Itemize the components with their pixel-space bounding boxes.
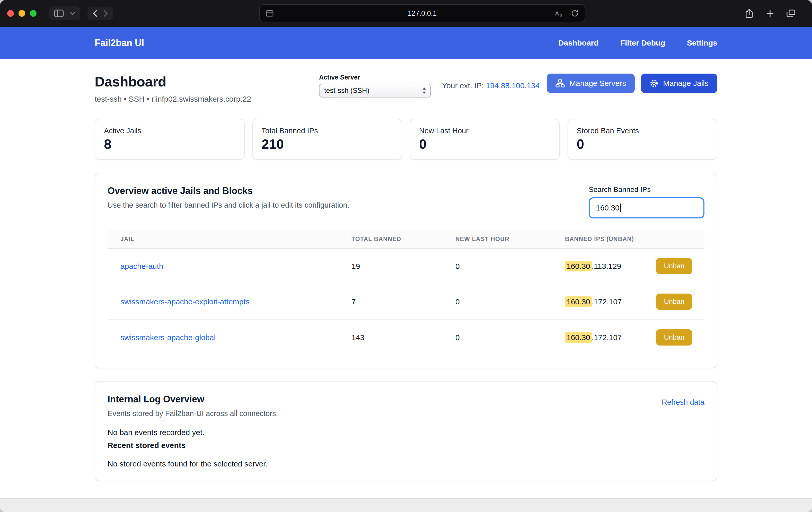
overview-subtitle: Use the search to filter banned IPs and …: [108, 201, 349, 209]
page-title-block: Dashboard test-ssh • SSH • rlinfp02.swis…: [95, 74, 251, 104]
manage-servers-button[interactable]: Manage Servers: [547, 74, 635, 93]
page-subtitle: test-ssh • SSH • rlinfp02.swissmakers.co…: [95, 95, 251, 104]
stat-value: 210: [262, 137, 393, 152]
total-banned-cell: 19: [351, 262, 455, 271]
toolbar-center: 127.0.0.1 A a: [113, 4, 731, 22]
log-heading-block: Internal Log Overview Events stored by F…: [108, 394, 278, 418]
stat-card-active-jails: Active Jails 8: [95, 119, 245, 160]
table-row: swissmakers-apache-exploit-attempts 7 0 …: [108, 284, 704, 320]
internal-log-card: Internal Log Overview Events stored by F…: [95, 381, 717, 481]
ip-rest: .172.107: [592, 297, 622, 306]
jail-link[interactable]: swissmakers-apache-global: [120, 333, 215, 342]
manage-jails-label: Manage Jails: [663, 79, 708, 88]
unban-button[interactable]: Unban: [656, 293, 692, 310]
unban-button[interactable]: Unban: [656, 258, 692, 274]
address-bar[interactable]: 127.0.0.1 A a: [259, 4, 585, 22]
active-server-label: Active Server: [319, 74, 431, 81]
total-banned-cell: 7: [351, 297, 455, 306]
nav-links: Dashboard Filter Debug Settings: [558, 38, 717, 47]
log-title: Internal Log Overview: [108, 394, 278, 405]
col-banned-ips: BANNED IPS (UNBAN): [565, 236, 704, 243]
fullscreen-window-button[interactable]: [30, 10, 36, 17]
refresh-data-link[interactable]: Refresh data: [662, 398, 704, 406]
active-server-value: test-ssh (SSH): [324, 87, 370, 95]
stat-card-stored-events: Stored Ban Events 0: [568, 119, 718, 160]
overview-title: Overview active Jails and Blocks: [108, 186, 349, 196]
nav-dashboard[interactable]: Dashboard: [558, 38, 599, 47]
ip-rest: .172.107: [592, 333, 622, 342]
search-input[interactable]: 160.30: [589, 197, 704, 219]
stat-card-total-banned: Total Banned IPs 210: [252, 119, 402, 160]
col-new-last-hour: NEW LAST HOUR: [455, 236, 565, 243]
header-controls: Active Server test-ssh (SSH) Your ext: [319, 74, 717, 97]
col-total-banned: TOTAL BANNED: [351, 236, 455, 243]
new-tab-icon[interactable]: [766, 9, 774, 17]
sidebar-toggle-icon[interactable]: [54, 9, 64, 17]
servers-hierarchy-icon: [555, 79, 565, 87]
new-last-hour-cell: 0: [455, 262, 565, 271]
col-jail: JAIL: [108, 236, 351, 243]
active-server-select[interactable]: test-ssh (SSH): [319, 84, 431, 97]
stat-label: Total Banned IPs: [262, 126, 393, 135]
stat-value: 8: [104, 137, 235, 152]
table-row: swissmakers-apache-global 143 0 160.30.1…: [108, 320, 704, 355]
table-header: JAIL TOTAL BANNED NEW LAST HOUR BANNED I…: [108, 230, 704, 249]
window-controls: [7, 10, 36, 17]
overview-heading-block: Overview active Jails and Blocks Use the…: [108, 186, 349, 209]
back-icon[interactable]: [93, 10, 97, 17]
browser-window: 127.0.0.1 A a: [0, 0, 812, 512]
search-value: 160.30: [596, 203, 619, 212]
unban-button[interactable]: Unban: [656, 329, 692, 345]
external-ip-value: 194.88.100.134: [486, 81, 540, 90]
history-controls: [87, 7, 113, 20]
ip-highlight: 160.30: [565, 261, 592, 272]
sidebar-controls: [49, 6, 80, 20]
jail-link[interactable]: apache-auth: [120, 262, 163, 271]
gear-icon: [650, 79, 658, 88]
app-navbar: Fail2ban UI Dashboard Filter Debug Setti…: [0, 27, 812, 59]
close-window-button[interactable]: [7, 10, 14, 17]
tab-overview-icon[interactable]: [786, 9, 795, 18]
page-title: Dashboard: [95, 74, 251, 89]
stat-card-new-last-hour: New Last Hour 0: [410, 119, 560, 160]
page-layout-icon[interactable]: [266, 10, 273, 17]
ip-rest: .113.129: [592, 262, 621, 271]
reload-icon[interactable]: [571, 9, 579, 17]
active-server-block: Active Server test-ssh (SSH): [319, 74, 431, 97]
page-header: Dashboard test-ssh • SSH • rlinfp02.swis…: [95, 74, 717, 104]
overview-card: Overview active Jails and Blocks Use the…: [95, 173, 717, 368]
new-last-hour-cell: 0: [455, 333, 565, 342]
total-banned-cell: 143: [351, 333, 455, 342]
jails-table: JAIL TOTAL BANNED NEW LAST HOUR BANNED I…: [108, 230, 704, 355]
stat-value: 0: [419, 137, 551, 152]
ip-highlight: 160.30: [565, 332, 592, 343]
banned-ip: 160.30.172.107: [565, 333, 622, 342]
translate-icon[interactable]: A a: [555, 10, 563, 17]
stat-value: 0: [577, 137, 708, 152]
stat-cards: Active Jails 8 Total Banned IPs 210 New …: [95, 119, 717, 160]
main-content: Dashboard test-ssh • SSH • rlinfp02.swis…: [0, 59, 812, 498]
nav-filter-debug[interactable]: Filter Debug: [620, 38, 665, 47]
chevron-down-icon[interactable]: [70, 12, 75, 15]
minimize-window-button[interactable]: [19, 10, 25, 17]
stat-label: Stored Ban Events: [577, 126, 708, 135]
nav-settings[interactable]: Settings: [687, 38, 717, 47]
no-stored-events-text: No stored events found for the selected …: [108, 459, 704, 468]
select-arrows-icon: [422, 87, 427, 94]
log-subtitle: Events stored by Fail2ban-UI across all …: [108, 409, 278, 418]
external-ip: Your ext. IP: 194.88.100.134: [442, 81, 540, 90]
address-bar-actions: A a: [555, 9, 579, 17]
search-label: Search Banned IPs: [589, 186, 704, 194]
manage-jails-button[interactable]: Manage Jails: [641, 74, 717, 93]
table-row: apache-auth 19 0 160.30.113.129 Unban: [108, 249, 704, 284]
share-icon[interactable]: [745, 8, 754, 19]
browser-toolbar: 127.0.0.1 A a: [0, 0, 812, 27]
external-ip-label: Your ext. IP:: [442, 81, 484, 90]
toolbar-right-actions: [740, 5, 801, 22]
forward-icon[interactable]: [104, 10, 108, 17]
text-caret: [620, 203, 621, 212]
app-brand[interactable]: Fail2ban UI: [95, 37, 144, 48]
manage-servers-label: Manage Servers: [569, 79, 626, 88]
jail-link[interactable]: swissmakers-apache-exploit-attempts: [120, 297, 250, 306]
window-footer: [0, 498, 812, 512]
